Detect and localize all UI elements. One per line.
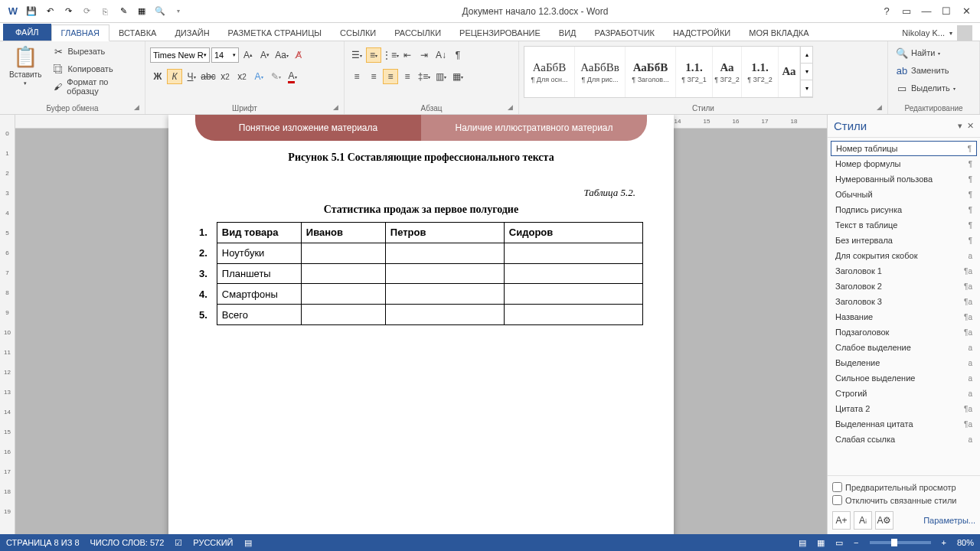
select-button[interactable]: ▭Выделить▾ bbox=[893, 80, 959, 96]
table-row[interactable]: Смартфоны bbox=[217, 284, 642, 305]
strike-button[interactable]: abc bbox=[201, 69, 216, 84]
qat-icon[interactable]: ✎ bbox=[115, 3, 132, 20]
page-status[interactable]: СТРАНИЦА 8 ИЗ 8 bbox=[6, 538, 80, 547]
replace-button[interactable]: abЗаменить bbox=[893, 62, 959, 79]
grow-font-icon[interactable]: A▴ bbox=[240, 47, 256, 63]
align-right-icon[interactable]: ≡ bbox=[383, 69, 398, 84]
qat-icon[interactable]: 🔍 bbox=[152, 3, 168, 20]
font-size-select[interactable]: 14▾ bbox=[211, 47, 239, 63]
pane-close-icon[interactable]: ✕ bbox=[967, 121, 974, 131]
data-table[interactable]: Вид товара Иванов Петров Сидоров Ноутбук… bbox=[217, 222, 643, 325]
shrink-font-icon[interactable]: A▾ bbox=[257, 47, 273, 63]
styles-list[interactable]: Номер таблицы¶Номер формулы¶Нумерованный… bbox=[828, 138, 980, 475]
style-item[interactable]: АаБбВ¶ Для осн... bbox=[524, 47, 575, 97]
preview-checkbox[interactable]: Предварительный просмотр bbox=[832, 481, 975, 494]
decrease-indent-icon[interactable]: ⇤ bbox=[400, 47, 415, 63]
tab-design[interactable]: ДИЗАЙН bbox=[165, 25, 218, 41]
table-row[interactable]: Вид товара Иванов Петров Сидоров bbox=[217, 223, 642, 243]
show-marks-icon[interactable]: ¶ bbox=[450, 47, 466, 63]
increase-indent-icon[interactable]: ⇥ bbox=[416, 47, 432, 63]
spellcheck-icon[interactable]: ☑ bbox=[175, 538, 182, 548]
read-mode-icon[interactable]: ▤ bbox=[799, 538, 806, 548]
pane-options-icon[interactable]: ▾ bbox=[958, 121, 962, 131]
tab-custom[interactable]: МОЯ ВКЛАДКА bbox=[740, 25, 818, 41]
style-item[interactable]: 1.1.¶ ЗГ2_1 bbox=[676, 47, 713, 97]
style-list-item[interactable]: Нумерованный пользова¶ bbox=[831, 171, 977, 187]
qat-icon[interactable]: ▦ bbox=[133, 3, 150, 20]
shading-icon[interactable]: ▥▾ bbox=[433, 69, 449, 84]
qat-icon[interactable]: ⟳ bbox=[78, 3, 95, 20]
web-layout-icon[interactable]: ▭ bbox=[835, 538, 843, 548]
zoom-level[interactable]: 80% bbox=[957, 538, 974, 547]
page[interactable]: Понятное изложение материала Наличие илл… bbox=[168, 115, 674, 534]
style-list-item[interactable]: Подпись рисунка¶ bbox=[831, 202, 977, 217]
word-count[interactable]: ЧИСЛО СЛОВ: 572 bbox=[90, 538, 165, 547]
style-list-item[interactable]: Сильное выделениеa bbox=[831, 370, 977, 386]
tab-review[interactable]: РЕЦЕНЗИРОВАНИЕ bbox=[450, 25, 550, 41]
tab-view[interactable]: ВИД bbox=[550, 25, 586, 41]
macro-icon[interactable]: ▤ bbox=[244, 538, 252, 548]
ribbon-display-icon[interactable]: ▭ bbox=[899, 4, 914, 19]
bold-button[interactable]: Ж bbox=[150, 69, 165, 84]
table-row[interactable]: Планшеты bbox=[217, 263, 642, 284]
table-row[interactable]: Всего bbox=[217, 305, 642, 325]
subscript-button[interactable]: x2 bbox=[217, 69, 233, 84]
underline-button[interactable]: Ч▾ bbox=[184, 69, 199, 84]
line-spacing-icon[interactable]: ‡≡▾ bbox=[416, 69, 432, 84]
language-status[interactable]: РУССКИЙ bbox=[193, 538, 233, 547]
tab-mailings[interactable]: РАССЫЛКИ bbox=[385, 25, 450, 41]
highlight-icon[interactable]: ✎▾ bbox=[268, 69, 283, 84]
table-row[interactable]: Ноутбуки bbox=[217, 243, 642, 263]
save-icon[interactable]: 💾 bbox=[23, 3, 40, 20]
smartart[interactable]: Понятное изложение материала Наличие илл… bbox=[195, 115, 647, 141]
figure-caption[interactable]: Рисунок 5.1 Составляющие профессионально… bbox=[199, 152, 643, 164]
zoom-slider[interactable] bbox=[870, 541, 931, 544]
qat-icon[interactable]: ⎘ bbox=[96, 3, 113, 20]
style-list-item[interactable]: Строгийa bbox=[831, 386, 977, 401]
avatar[interactable] bbox=[957, 25, 972, 41]
style-list-item[interactable]: Подзаголовок¶a bbox=[831, 324, 977, 340]
style-item[interactable]: Аа¶ ЗГ2_2 bbox=[713, 47, 742, 97]
tab-addins[interactable]: НАДСТРОЙКИ bbox=[664, 25, 740, 41]
superscript-button[interactable]: x2 bbox=[234, 69, 250, 84]
scroll-down-icon[interactable]: ▾ bbox=[801, 64, 812, 80]
multilevel-icon[interactable]: ⋮≡▾ bbox=[383, 47, 398, 63]
style-item[interactable]: АаБбВ¶ Заголов... bbox=[626, 47, 676, 97]
style-list-item[interactable]: Без интервала¶ bbox=[831, 233, 977, 248]
paste-button[interactable]: 📋 Вставить ▾ bbox=[5, 43, 46, 88]
style-list-item[interactable]: Номер формулы¶ bbox=[831, 156, 977, 171]
style-list-item[interactable]: Заголовок 1¶a bbox=[831, 263, 977, 279]
format-painter-button[interactable]: Формат по образцу bbox=[49, 78, 140, 95]
style-list-item[interactable]: Заголовок 2¶a bbox=[831, 279, 977, 294]
redo-icon[interactable]: ↷ bbox=[60, 3, 77, 20]
tab-layout[interactable]: РАЗМЕТКА СТРАНИЦЫ bbox=[219, 25, 331, 41]
style-list-item[interactable]: Цитата 2¶a bbox=[831, 401, 977, 416]
style-list-item[interactable]: Текст в таблице¶ bbox=[831, 217, 977, 233]
dialog-launcher-icon[interactable]: ◢ bbox=[333, 103, 342, 112]
italic-button[interactable]: К bbox=[167, 69, 182, 84]
tab-references[interactable]: ССЫЛКИ bbox=[331, 25, 385, 41]
document-area[interactable]: 321123456789101112131415161718 Понятное … bbox=[15, 115, 827, 534]
style-list-item[interactable]: Обычный¶ bbox=[831, 187, 977, 202]
style-list-item[interactable]: Для сокрытия скобокa bbox=[831, 248, 977, 263]
justify-icon[interactable]: ≡ bbox=[400, 69, 415, 84]
table-label[interactable]: Таблица 5.2. bbox=[199, 187, 643, 199]
numbering-icon[interactable]: ≡▾ bbox=[366, 47, 381, 63]
style-list-item[interactable]: Слабое выделениеa bbox=[831, 340, 977, 355]
style-item[interactable]: АаБбВв¶ Для рис... bbox=[575, 47, 626, 97]
new-style-icon[interactable]: A+ bbox=[832, 511, 851, 530]
dialog-launcher-icon[interactable]: ◢ bbox=[134, 103, 143, 112]
tab-developer[interactable]: РАЗРАБОТЧИК bbox=[586, 25, 664, 41]
text-effects-icon[interactable]: A▾ bbox=[251, 69, 266, 84]
linked-checkbox[interactable]: Отключить связанные стили bbox=[832, 494, 975, 507]
borders-icon[interactable]: ▦▾ bbox=[450, 69, 466, 84]
zoom-in-icon[interactable]: + bbox=[942, 538, 946, 547]
align-center-icon[interactable]: ≡ bbox=[366, 69, 381, 84]
style-list-item[interactable]: Номер таблицы¶ bbox=[831, 141, 977, 156]
tab-file[interactable]: ФАЙЛ bbox=[3, 24, 51, 41]
expand-gallery-icon[interactable]: ▾ bbox=[801, 80, 812, 97]
dialog-launcher-icon[interactable]: ◢ bbox=[877, 103, 886, 112]
tab-insert[interactable]: ВСТАВКА bbox=[109, 25, 165, 41]
dialog-launcher-icon[interactable]: ◢ bbox=[508, 103, 517, 112]
minimize-icon[interactable]: — bbox=[919, 4, 934, 19]
